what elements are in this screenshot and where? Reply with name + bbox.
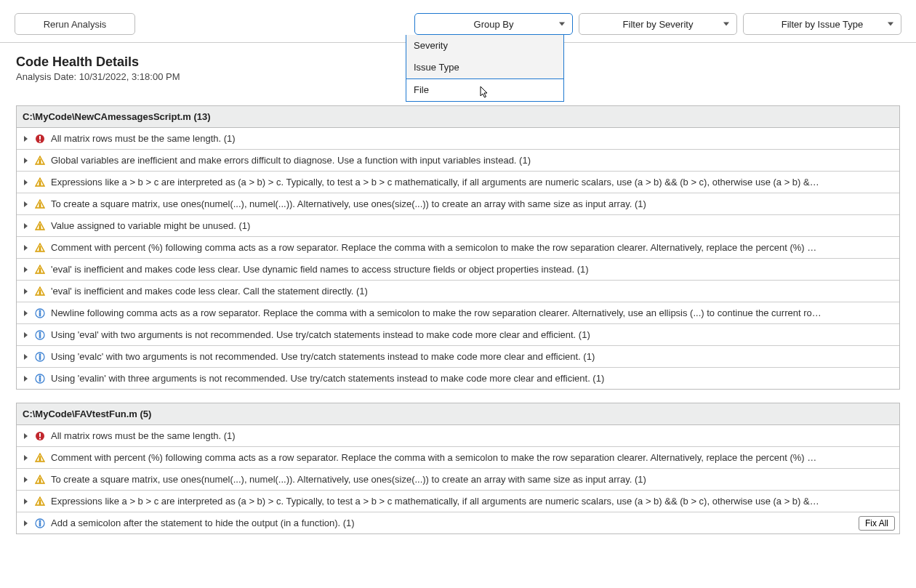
svg-rect-18: [39, 310, 41, 312]
issue-row[interactable]: Using 'evalin' with three arguments is n…: [17, 368, 899, 389]
expand-icon[interactable]: [24, 433, 28, 439]
issue-row[interactable]: Add a semicolon after the statement to h…: [17, 512, 899, 533]
svg-rect-33: [39, 459, 40, 460]
issue-text: All matrix rows must be the same length.…: [51, 430, 892, 441]
fix-all-button[interactable]: Fix All: [859, 516, 895, 531]
warning-icon: [35, 496, 45, 507]
group-by-option-issue-type[interactable]: Issue Type: [406, 57, 563, 78]
issue-text: To create a square matrix, use ones(nume…: [51, 474, 892, 485]
svg-rect-39: [39, 520, 41, 522]
issue-text: Expressions like a > b > c are interpret…: [51, 177, 892, 188]
issue-row[interactable]: 'eval' is inefficient and makes code les…: [17, 259, 899, 281]
warning-icon: [35, 156, 45, 166]
issue-row[interactable]: Using 'evalc' with two arguments is not …: [17, 346, 899, 368]
expand-icon[interactable]: [24, 376, 28, 382]
expand-icon[interactable]: [24, 201, 28, 207]
filter-issue-type-dropdown[interactable]: Filter by Issue Type: [743, 13, 901, 35]
chevron-down-icon: [888, 23, 893, 26]
chevron-down-icon: [723, 23, 729, 26]
expand-icon[interactable]: [24, 520, 28, 526]
svg-rect-16: [39, 293, 40, 294]
warning-icon: [35, 265, 45, 275]
error-icon: [35, 431, 45, 441]
svg-rect-7: [39, 203, 40, 206]
issue-row[interactable]: Expressions like a > b > c are interpret…: [17, 491, 899, 512]
expand-icon[interactable]: [24, 136, 28, 142]
expand-icon[interactable]: [24, 223, 28, 229]
filter-severity-dropdown[interactable]: Filter by Severity: [579, 13, 737, 35]
issue-row[interactable]: Expressions like a > b > c are interpret…: [17, 172, 899, 193]
group-by-option-severity[interactable]: Severity: [406, 35, 563, 57]
rerun-analysis-button[interactable]: Rerun Analysis: [15, 13, 135, 35]
issue-text: Global variables are inefficient and mak…: [51, 155, 892, 166]
info-icon: [35, 352, 45, 362]
svg-rect-28: [39, 377, 41, 381]
warning-icon: [35, 475, 45, 485]
svg-rect-14: [39, 271, 40, 272]
info-icon: [35, 374, 45, 384]
warning-icon: [35, 199, 45, 209]
filter-issue-type-label: Filter by Issue Type: [782, 19, 863, 30]
issue-row[interactable]: Comment with percent (%) following comma…: [17, 447, 899, 469]
expand-icon[interactable]: [24, 499, 28, 504]
error-icon: [35, 134, 45, 144]
svg-rect-4: [39, 162, 40, 163]
svg-rect-13: [39, 268, 40, 271]
svg-rect-12: [39, 249, 40, 250]
svg-rect-32: [39, 456, 40, 459]
svg-rect-5: [39, 181, 40, 184]
svg-rect-24: [39, 354, 41, 355]
issue-row[interactable]: To create a square matrix, use ones(nume…: [17, 469, 899, 491]
warning-icon: [35, 177, 45, 188]
issue-text: Comment with percent (%) following comma…: [51, 452, 892, 463]
warning-icon: [35, 286, 45, 297]
file-group: C:\MyCode\FAVtestFun.m (5)All matrix row…: [16, 403, 900, 534]
expand-icon[interactable]: [24, 310, 28, 316]
svg-rect-36: [39, 500, 40, 503]
issue-row[interactable]: Value assigned to variable might be unus…: [17, 215, 899, 237]
issue-text: Using 'evalc' with two arguments is not …: [51, 351, 892, 362]
info-icon: [35, 518, 45, 528]
file-group-header[interactable]: C:\MyCode\NewCAmessagesScript.m (13): [17, 106, 899, 128]
svg-rect-1: [39, 136, 41, 140]
warning-icon: [35, 453, 45, 463]
group-by-option-file[interactable]: File: [406, 78, 563, 101]
expand-icon[interactable]: [24, 289, 28, 294]
file-group-header[interactable]: C:\MyCode\FAVtestFun.m (5): [17, 403, 899, 425]
issue-row[interactable]: Using 'eval' with two arguments is not r…: [17, 324, 899, 346]
svg-rect-6: [39, 184, 40, 185]
info-icon: [35, 330, 45, 340]
expand-icon[interactable]: [24, 332, 28, 338]
expand-icon[interactable]: [24, 354, 28, 360]
issue-row[interactable]: All matrix rows must be the same length.…: [17, 425, 899, 447]
expand-icon[interactable]: [24, 455, 28, 461]
issue-text: Newline following comma acts as a row se…: [51, 307, 892, 318]
expand-icon[interactable]: [24, 158, 28, 164]
warning-icon: [35, 243, 45, 253]
issue-row[interactable]: To create a square matrix, use ones(nume…: [17, 193, 899, 215]
svg-rect-37: [39, 503, 40, 504]
issue-row[interactable]: Newline following comma acts as a row se…: [17, 302, 899, 324]
issue-text: 'eval' is inefficient and makes code les…: [51, 286, 892, 297]
chevron-down-icon: [559, 23, 565, 26]
group-by-dropdown[interactable]: Group By: [414, 13, 573, 35]
expand-icon[interactable]: [24, 477, 28, 483]
issue-text: Using 'eval' with two arguments is not r…: [51, 329, 892, 340]
issue-row[interactable]: Comment with percent (%) following comma…: [17, 237, 899, 259]
expand-icon[interactable]: [24, 245, 28, 251]
issue-row[interactable]: 'eval' is inefficient and makes code les…: [17, 281, 899, 302]
issue-text: Comment with percent (%) following comma…: [51, 242, 892, 253]
expand-icon[interactable]: [24, 267, 28, 273]
issue-row[interactable]: All matrix rows must be the same length.…: [17, 128, 899, 150]
svg-rect-9: [39, 225, 40, 227]
group-by-menu: Severity Issue Type File: [406, 35, 564, 102]
svg-rect-25: [39, 355, 41, 359]
svg-rect-30: [39, 433, 41, 437]
issue-row[interactable]: Global variables are inefficient and mak…: [17, 150, 899, 172]
group-by-label: Group By: [474, 19, 514, 30]
svg-rect-15: [39, 290, 40, 293]
file-group: C:\MyCode\NewCAmessagesScript.m (13)All …: [16, 105, 900, 390]
issue-text: Add a semicolon after the statement to h…: [51, 517, 892, 528]
expand-icon[interactable]: [24, 180, 28, 185]
svg-rect-40: [39, 522, 41, 525]
